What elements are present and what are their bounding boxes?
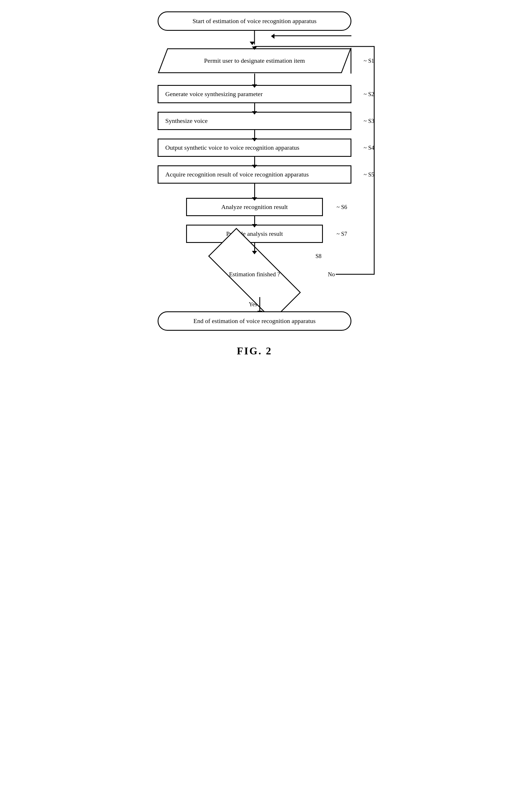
s4-label: ~ S4: [364, 144, 374, 151]
start-node: Start of estimation of voice recognition…: [158, 11, 351, 31]
s2-label: ~ S2: [364, 91, 374, 98]
arrow-s3-s4: [254, 130, 255, 138]
yes-arrow-wrap: Yes: [249, 297, 260, 311]
arrow-s1-s2: [254, 73, 255, 85]
start-label: Start of estimation of voice recognition…: [158, 11, 351, 31]
end-node: End of estimation of voice recognition a…: [158, 311, 351, 331]
s1-wrapper: Permit user to designate estimation item…: [143, 48, 366, 73]
s8-wrapper: Estimation finished ? S8 No: [143, 252, 366, 297]
figure-label: FIG. 2: [237, 345, 272, 357]
s5-label: ~ S5: [364, 171, 374, 178]
no-line-horizontal: [336, 274, 366, 275]
s8-label: S8: [315, 253, 321, 259]
s1-label: ~ S1: [364, 58, 374, 64]
arrow-yes: [259, 297, 260, 311]
s6-label: ~ S6: [337, 204, 347, 210]
s7-label: ~ S7: [337, 231, 347, 237]
arrow-s5-s6: [254, 184, 255, 198]
arrow-s6-s7: [254, 216, 255, 225]
arrow-s7-s8: [254, 243, 255, 252]
yes-label: Yes: [249, 301, 257, 307]
s1-text: Permit user to designate estimation item: [158, 48, 351, 73]
no-label: No: [328, 271, 335, 278]
arrow-s4-s5: [254, 157, 255, 165]
flowchart: Start of estimation of voice recognition…: [143, 11, 366, 357]
s3-label: ~ S3: [364, 118, 374, 124]
s8-text: Estimation finished ?: [206, 252, 303, 297]
arrow-s2-s3: [254, 103, 255, 112]
end-label: End of estimation of voice recognition a…: [158, 311, 351, 331]
